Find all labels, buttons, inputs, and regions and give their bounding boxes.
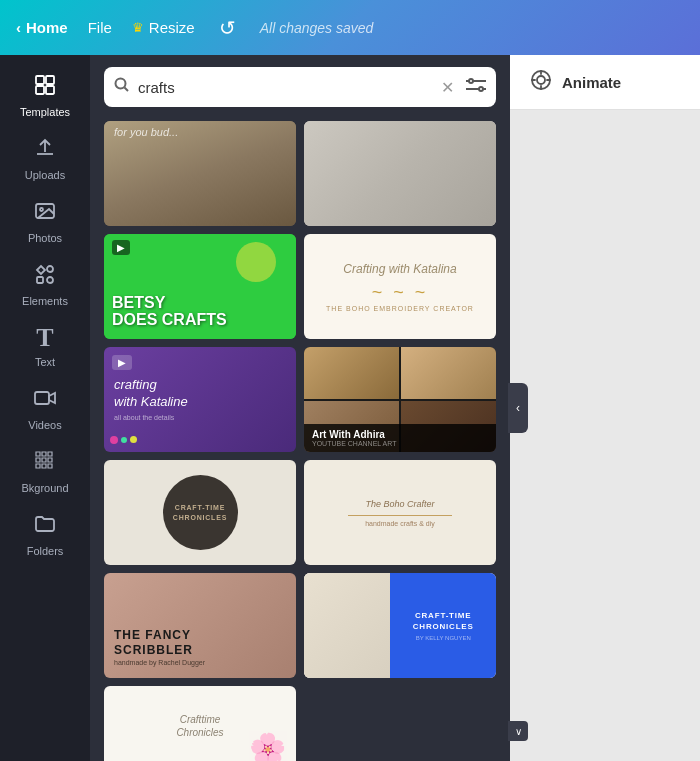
svg-point-5	[40, 208, 43, 211]
sidebar-item-videos[interactable]: Videos	[0, 376, 90, 439]
svg-point-11	[469, 79, 473, 83]
canvas-area	[510, 110, 700, 761]
template-card-scribbler[interactable]: THE FANCYSCRIBBLER handmade by Rachel Du…	[104, 573, 296, 678]
search-bar: ✕	[104, 67, 496, 107]
folders-icon	[33, 512, 57, 540]
animate-icon	[530, 69, 552, 96]
svg-point-10	[116, 79, 126, 89]
sidebar-label-uploads: Uploads	[25, 169, 65, 181]
file-menu[interactable]: File	[88, 19, 112, 36]
photos-icon	[33, 199, 57, 227]
collapse-panel-button[interactable]: ‹	[508, 383, 528, 433]
videos-icon	[33, 386, 57, 414]
template-card-katalina-light[interactable]: Crafting with Katalina ~ ~ ~ THE BOHO EM…	[304, 234, 496, 339]
topbar: ‹ Home File ♛ Resize ↺ All changes saved	[0, 0, 700, 55]
sidebar-label-background: Bkground	[21, 482, 68, 494]
sidebar-label-videos: Videos	[28, 419, 61, 431]
svg-rect-9	[35, 392, 49, 404]
left-sidebar: Templates Uploads Photos	[0, 55, 90, 761]
sidebar-item-text[interactable]: T Text	[0, 315, 90, 376]
background-icon	[33, 449, 57, 477]
svg-rect-3	[46, 86, 54, 94]
template-card-betsy[interactable]: ▶ BETSYDOES CRAFTS	[104, 234, 296, 339]
template-card-kataline-purple[interactable]: ▶ craftingwith Kataline all about the de…	[104, 347, 296, 452]
template-card-chronicles-blue[interactable]: CRAFT-TIMECHRONICLES BY KELLY NGUYEN	[304, 573, 496, 678]
sidebar-label-folders: Folders	[27, 545, 64, 557]
saved-status: All changes saved	[260, 20, 374, 36]
elements-icon	[33, 262, 57, 290]
templates-icon	[33, 73, 57, 101]
template-card-chronicles-white[interactable]: 🌸 CrafttimeChronicles	[104, 686, 296, 761]
uploads-icon	[33, 136, 57, 164]
sidebar-label-elements: Elements	[22, 295, 68, 307]
sidebar-item-photos[interactable]: Photos	[0, 189, 90, 252]
template-card[interactable]: for you bud...	[104, 121, 296, 226]
clear-search-button[interactable]: ✕	[441, 78, 454, 97]
undo-button[interactable]: ↺	[219, 16, 236, 40]
svg-point-12	[479, 87, 483, 91]
svg-point-14	[537, 76, 545, 84]
template-card-adhira[interactable]: Art With Adhira YOUTUBE CHANNEL ART	[304, 347, 496, 452]
chevron-left-icon: ‹	[16, 19, 21, 36]
resize-button[interactable]: ♛ Resize	[132, 19, 195, 36]
sidebar-item-elements[interactable]: Elements	[0, 252, 90, 315]
templates-panel: ✕ for you bud...	[90, 55, 510, 761]
svg-point-6	[47, 266, 53, 272]
main-layout: Templates Uploads Photos	[0, 55, 700, 761]
svg-rect-0	[36, 76, 44, 84]
svg-rect-1	[46, 76, 54, 84]
scroll-down-button[interactable]: ∨	[508, 721, 528, 741]
sidebar-item-templates[interactable]: Templates	[0, 63, 90, 126]
search-input[interactable]	[138, 79, 433, 96]
sidebar-item-folders[interactable]: Folders	[0, 502, 90, 565]
svg-point-8	[47, 277, 53, 283]
svg-rect-7	[37, 277, 43, 283]
sidebar-label-photos: Photos	[28, 232, 62, 244]
right-panel: Animate	[510, 55, 700, 761]
sidebar-label-templates: Templates	[20, 106, 70, 118]
animate-label[interactable]: Animate	[562, 74, 621, 91]
sidebar-label-text: Text	[35, 356, 55, 368]
filter-button[interactable]	[466, 76, 486, 99]
home-button[interactable]: ‹ Home	[16, 19, 68, 36]
svg-rect-2	[36, 86, 44, 94]
templates-grid: for you bud... ▶ BETSYDOES CRAFTS C	[90, 117, 510, 761]
template-card-boho[interactable]: The Boho Crafter handmade crafts & diy	[304, 460, 496, 565]
search-icon	[114, 77, 130, 97]
crown-icon: ♛	[132, 20, 144, 35]
animate-bar: Animate	[510, 55, 700, 110]
sidebar-item-background[interactable]: Bkground	[0, 439, 90, 502]
sidebar-item-uploads[interactable]: Uploads	[0, 126, 90, 189]
template-card[interactable]	[304, 121, 496, 226]
text-icon: T	[36, 325, 53, 351]
template-card-chronicles-dark[interactable]: CRAFT-TIMECHRONICLES	[104, 460, 296, 565]
